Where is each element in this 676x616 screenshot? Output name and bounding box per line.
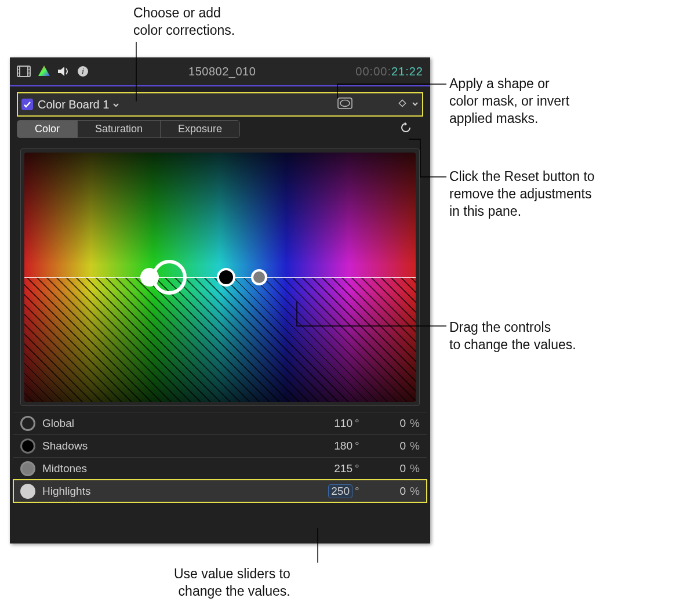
swatch-highlights-icon xyxy=(20,484,35,499)
timecode-bright-part: 21:22 xyxy=(391,65,423,78)
value-rows: Global 110 ° 0 % Shadows 180 ° 0 % Midto… xyxy=(13,412,427,502)
row-midtones: Midtones 215 ° 0 % xyxy=(13,457,427,480)
video-inspector-icon[interactable] xyxy=(17,66,31,77)
correction-title-label: Color Board 1 xyxy=(38,98,109,111)
timecode-display: 00:00:21:22 xyxy=(355,65,423,78)
row-label: Highlights xyxy=(42,485,328,498)
mask-ellipse-icon[interactable] xyxy=(337,97,352,111)
callout-drag-controls: Drag the controls to change the values. xyxy=(449,319,576,354)
percent-unit: % xyxy=(406,485,420,498)
color-inspector-icon[interactable] xyxy=(38,65,50,78)
correction-popup[interactable]: Color Board 1 xyxy=(38,98,119,111)
swatch-shadows-icon xyxy=(20,439,35,454)
svg-marker-14 xyxy=(405,122,407,126)
hue-value-slider[interactable]: 180 xyxy=(312,440,352,452)
reset-button[interactable] xyxy=(400,122,412,137)
info-inspector-icon[interactable]: i xyxy=(77,66,89,77)
percent-unit: % xyxy=(406,462,420,475)
callout-reset: Click the Reset button to remove the adj… xyxy=(449,168,595,220)
hue-value-slider[interactable]: 250 xyxy=(328,484,352,498)
callout-value-sliders: Use value sliders to change the values. xyxy=(174,566,290,600)
svg-text:i: i xyxy=(82,67,84,76)
callout-choose-correction: Choose or add color corrections. xyxy=(133,5,235,39)
degree-unit: ° xyxy=(352,462,365,475)
pct-value-slider[interactable]: 0 xyxy=(365,417,406,430)
hue-value-slider[interactable]: 215 xyxy=(312,462,352,475)
row-shadows: Shadows 180 ° 0 % xyxy=(13,434,427,457)
color-puck-shadows[interactable] xyxy=(217,268,235,287)
tab-color[interactable]: Color xyxy=(17,121,78,137)
color-board-container xyxy=(20,148,420,406)
swatch-global-icon xyxy=(20,416,35,431)
row-label: Global xyxy=(42,417,312,430)
degree-unit: ° xyxy=(352,485,365,498)
tab-saturation[interactable]: Saturation xyxy=(78,121,161,137)
svg-marker-8 xyxy=(58,67,64,76)
percent-unit: % xyxy=(406,417,420,430)
degree-unit: ° xyxy=(352,417,365,430)
tab-exposure[interactable]: Exposure xyxy=(161,121,239,137)
audio-inspector-icon[interactable] xyxy=(57,66,70,77)
keyframe-diamond-icon[interactable] xyxy=(398,99,407,110)
color-puck-global[interactable] xyxy=(152,260,187,295)
chevron-down-icon xyxy=(112,98,119,111)
svg-rect-13 xyxy=(399,100,405,106)
negative-region-hatch xyxy=(24,277,416,402)
row-label: Midtones xyxy=(42,462,312,475)
pct-value-slider[interactable]: 0 xyxy=(365,485,406,498)
inspector-header: i 150802_010 00:00:21:22 xyxy=(10,57,430,86)
svg-marker-7 xyxy=(38,66,50,76)
correction-enable-checkbox[interactable] xyxy=(21,99,33,110)
row-label: Shadows xyxy=(42,440,312,452)
pct-value-slider[interactable]: 0 xyxy=(365,440,406,452)
row-highlights: Highlights 250 ° 0 % xyxy=(13,480,427,502)
row-global: Global 110 ° 0 % xyxy=(13,412,427,434)
swatch-midtones-icon xyxy=(20,461,35,476)
chevron-down-icon[interactable] xyxy=(412,99,419,110)
callout-mask: Apply a shape or color mask, or invert a… xyxy=(449,75,569,128)
clip-name: 150802_010 xyxy=(96,65,348,78)
parameter-tabs: Color Saturation Exposure xyxy=(17,120,423,138)
timecode-dim-part: 00:00: xyxy=(355,65,391,78)
correction-selector-row: Color Board 1 xyxy=(17,92,423,117)
inspector-panel: i 150802_010 00:00:21:22 Color Board 1 xyxy=(10,57,430,543)
hue-value-slider[interactable]: 110 xyxy=(312,417,352,430)
color-board[interactable] xyxy=(24,153,416,402)
svg-point-12 xyxy=(340,100,350,107)
pct-value-slider[interactable]: 0 xyxy=(365,462,406,475)
percent-unit: % xyxy=(406,440,420,452)
degree-unit: ° xyxy=(352,440,365,452)
color-puck-midtones[interactable] xyxy=(251,269,267,285)
